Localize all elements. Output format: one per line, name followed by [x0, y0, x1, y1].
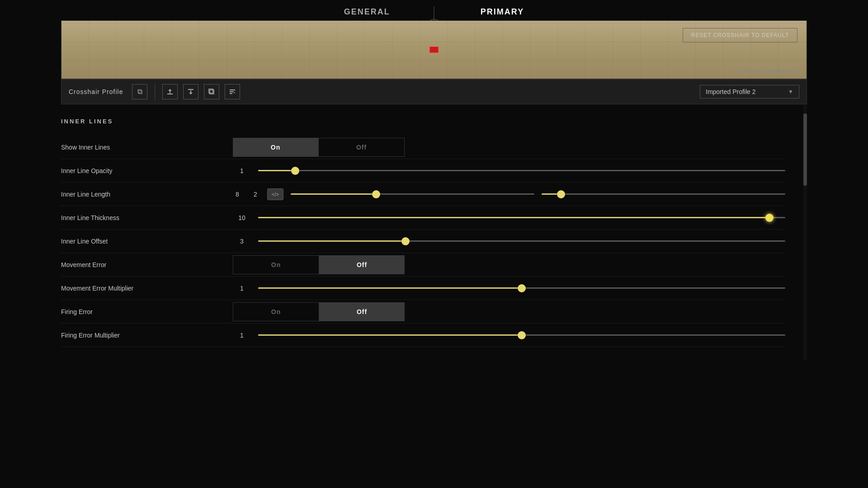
firing-error-row: Firing Error On Off	[61, 300, 785, 324]
right-scrollbar[interactable]	[803, 104, 807, 361]
firing-error-multiplier-control: 1	[233, 331, 785, 340]
crosshair-preview: RESET CROSSHAIR TO DEFAULT Elements misa…	[61, 20, 807, 79]
inner-line-length-dual-slider	[291, 190, 785, 199]
firing-error-label: Firing Error	[61, 308, 233, 315]
slider-fill	[258, 217, 769, 218]
inner-line-length-values: 8 2	[233, 191, 260, 198]
firing-error-multiplier-slider[interactable]	[258, 331, 785, 340]
top-navigation: GENERAL PRIMARY	[0, 0, 868, 20]
slider-track	[291, 193, 534, 195]
dropdown-arrow-icon: ▼	[788, 89, 793, 95]
profile-bar-divider	[155, 84, 155, 100]
slider-thumb[interactable]	[557, 190, 565, 198]
inner-lines-section-title: INNER LINES	[61, 118, 785, 125]
download-profile-button[interactable]	[183, 84, 198, 99]
inner-line-length-slider2[interactable]	[542, 190, 785, 199]
crosshair-profile-bar: Crosshair Profile ⧉ Imported Profile 2 ▼	[61, 79, 807, 104]
svg-rect-7	[230, 91, 234, 92]
show-inner-lines-row: Show Inner Lines On Off	[61, 136, 785, 159]
inner-line-offset-control: 3	[233, 237, 785, 246]
show-inner-lines-control: On Off	[233, 138, 785, 157]
movement-error-multiplier-label: Movement Error Multiplier	[61, 285, 233, 292]
show-inner-lines-off-button[interactable]: Off	[318, 138, 405, 157]
movement-error-control: On Off	[233, 255, 785, 274]
slider-track	[258, 170, 785, 171]
copy-profile-button[interactable]: ⧉	[132, 84, 147, 99]
inner-line-opacity-row: Inner Line Opacity 1	[61, 159, 785, 183]
inner-line-offset-label: Inner Line Offset	[61, 238, 233, 245]
slider-fill	[291, 193, 376, 195]
movement-error-multiplier-row: Movement Error Multiplier 1	[61, 277, 785, 300]
slider-thumb[interactable]	[372, 190, 380, 198]
firing-error-toggle: On Off	[233, 302, 405, 321]
profile-dropdown[interactable]: Imported Profile 2 ▼	[700, 85, 799, 99]
firing-error-off-button[interactable]: Off	[319, 302, 405, 321]
slider-thumb[interactable]	[518, 331, 526, 339]
svg-rect-6	[230, 89, 235, 90]
sort-profiles-button[interactable]	[225, 84, 240, 99]
main-content: INNER LINES Show Inner Lines On Off Inne…	[61, 104, 807, 361]
show-inner-lines-toggle: On Off	[233, 138, 405, 157]
inner-line-length-slider1[interactable]	[291, 190, 534, 199]
movement-error-on-button[interactable]: On	[233, 255, 319, 274]
settings-panel: INNER LINES Show Inner Lines On Off Inne…	[61, 104, 803, 361]
firing-error-control: On Off	[233, 302, 785, 321]
inner-line-opacity-value: 1	[233, 167, 251, 174]
slider-track	[542, 193, 785, 195]
slider-track	[258, 217, 785, 218]
slider-fill	[258, 170, 295, 171]
elements-misaligned-link[interactable]: Elements misaligned?	[740, 67, 797, 74]
movement-error-label: Movement Error	[61, 261, 233, 268]
movement-error-multiplier-slider[interactable]	[258, 284, 785, 293]
inner-line-thickness-control: 10	[233, 213, 785, 222]
movement-error-row: Movement Error On Off	[61, 253, 785, 277]
inner-line-thickness-value: 10	[233, 214, 251, 221]
duplicate-profile-button[interactable]	[204, 84, 219, 99]
nav-primary[interactable]: PRIMARY	[481, 7, 524, 20]
inner-line-opacity-label: Inner Line Opacity	[61, 167, 233, 174]
show-inner-lines-on-button[interactable]: On	[233, 138, 318, 157]
inner-line-length-value1: 8	[233, 191, 242, 198]
reset-crosshair-button[interactable]: RESET CROSSHAIR TO DEFAULT	[683, 28, 798, 42]
show-inner-lines-label: Show Inner Lines	[61, 144, 233, 151]
upload-profile-button[interactable]	[162, 84, 178, 99]
slider-fill	[258, 287, 522, 289]
firing-error-multiplier-label: Firing Error Multiplier	[61, 332, 233, 339]
code-editor-icon[interactable]: </>	[267, 188, 283, 200]
inner-line-opacity-control: 1	[233, 166, 785, 175]
inner-line-thickness-row: Inner Line Thickness 10	[61, 206, 785, 230]
slider-fill	[258, 334, 522, 336]
inner-line-length-control: 8 2 </>	[233, 188, 785, 200]
slider-track	[258, 240, 785, 242]
inner-line-offset-row: Inner Line Offset 3	[61, 230, 785, 253]
inner-line-length-row: Inner Line Length 8 2 </>	[61, 183, 785, 206]
slider-thumb[interactable]	[765, 214, 774, 222]
firing-error-multiplier-value: 1	[233, 332, 251, 339]
firing-error-on-button[interactable]: On	[233, 302, 319, 321]
profile-bar-label: Crosshair Profile	[69, 88, 123, 95]
slider-fill	[258, 240, 406, 242]
movement-error-multiplier-control: 1	[233, 284, 785, 293]
svg-rect-8	[230, 93, 232, 94]
crosshair-preview-icon	[429, 47, 439, 53]
inner-line-thickness-label: Inner Line Thickness	[61, 214, 233, 221]
inner-line-thickness-slider[interactable]	[258, 213, 785, 222]
inner-line-length-label: Inner Line Length	[61, 191, 233, 198]
inner-line-offset-slider[interactable]	[258, 237, 785, 246]
movement-error-multiplier-value: 1	[233, 285, 251, 292]
slider-thumb[interactable]	[518, 284, 526, 292]
slider-thumb[interactable]	[291, 167, 299, 175]
movement-error-toggle: On Off	[233, 255, 405, 274]
scrollbar-thumb[interactable]	[803, 113, 807, 186]
inner-line-length-value2: 2	[251, 191, 260, 198]
content-wrapper: INNER LINES Show Inner Lines On Off Inne…	[61, 104, 807, 361]
slider-track	[258, 287, 785, 289]
inner-line-opacity-slider[interactable]	[258, 166, 785, 175]
svg-rect-3	[188, 89, 193, 90]
firing-error-multiplier-row: Firing Error Multiplier 1	[61, 324, 785, 347]
movement-error-off-button[interactable]: Off	[319, 255, 405, 274]
selected-profile-label: Imported Profile 2	[706, 88, 756, 95]
nav-general[interactable]: GENERAL	[344, 7, 390, 20]
inner-line-offset-value: 3	[233, 238, 251, 245]
slider-thumb[interactable]	[401, 237, 410, 245]
